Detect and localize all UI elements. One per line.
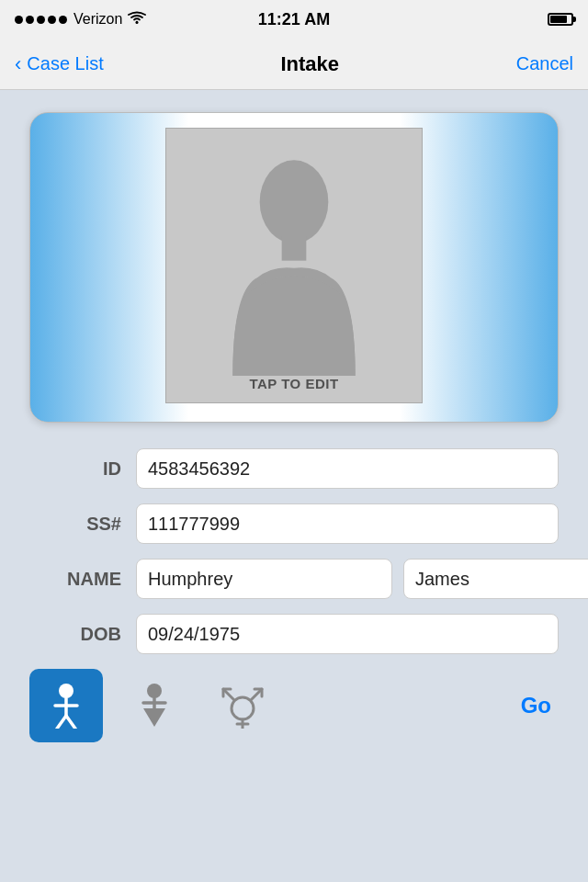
svg-point-0 (136, 21, 139, 24)
svg-line-6 (57, 716, 66, 729)
go-button[interactable]: Go (521, 693, 559, 718)
battery-icon (548, 13, 573, 26)
gender-male-button[interactable] (29, 669, 103, 742)
id-label: ID (29, 458, 121, 480)
gender-row: Go (29, 669, 559, 742)
dob-label: DOB (29, 624, 121, 645)
svg-rect-2 (282, 236, 307, 261)
signal-dot-3 (37, 16, 45, 24)
svg-line-7 (66, 716, 75, 729)
gender-female-button[interactable] (118, 669, 191, 742)
signal-dot-5 (59, 16, 67, 24)
last-name-input[interactable] (403, 559, 588, 599)
back-chevron-icon: ‹ (15, 52, 21, 76)
name-inputs (136, 559, 588, 599)
nav-bar: ‹ Case List Intake Cancel (0, 39, 588, 90)
svg-line-13 (223, 689, 234, 700)
photo-container[interactable]: TAP TO EDIT (165, 128, 423, 403)
photo-card[interactable]: TAP TO EDIT (29, 112, 559, 423)
svg-line-12 (251, 689, 262, 700)
back-button[interactable]: ‹ Case List (15, 52, 104, 76)
svg-point-3 (59, 684, 74, 698)
cancel-button[interactable]: Cancel (516, 53, 573, 74)
svg-point-8 (147, 684, 162, 698)
status-bar: Verizon 11:21 AM (0, 0, 588, 39)
id-input[interactable] (136, 448, 559, 489)
dob-input[interactable] (136, 614, 559, 654)
ss-input[interactable] (136, 503, 559, 544)
status-time: 11:21 AM (258, 10, 330, 29)
main-content: TAP TO EDIT ID SS# NAME DOB (0, 90, 588, 882)
signal-dot-4 (48, 16, 56, 24)
back-label: Case List (27, 53, 103, 74)
nav-title: Intake (280, 52, 339, 76)
svg-point-1 (260, 160, 329, 243)
name-row: NAME (29, 559, 559, 599)
tap-to-edit-label: TAP TO EDIT (249, 376, 338, 391)
signal-dot-2 (26, 16, 34, 24)
ss-row: SS# (29, 503, 559, 544)
status-right (548, 13, 573, 26)
id-row: ID (29, 448, 559, 489)
gender-trans-button[interactable] (206, 669, 279, 742)
name-label: NAME (29, 569, 121, 590)
carrier-wifi: Verizon (74, 11, 146, 28)
status-left: Verizon (15, 11, 146, 28)
first-name-input[interactable] (136, 559, 392, 599)
photo-silhouette (166, 129, 422, 402)
ss-label: SS# (29, 514, 121, 535)
carrier-name: Verizon (74, 11, 122, 28)
signal-dot-1 (15, 16, 23, 24)
dob-row: DOB (29, 614, 559, 654)
battery-fill (550, 16, 567, 23)
wifi-icon (128, 11, 146, 28)
